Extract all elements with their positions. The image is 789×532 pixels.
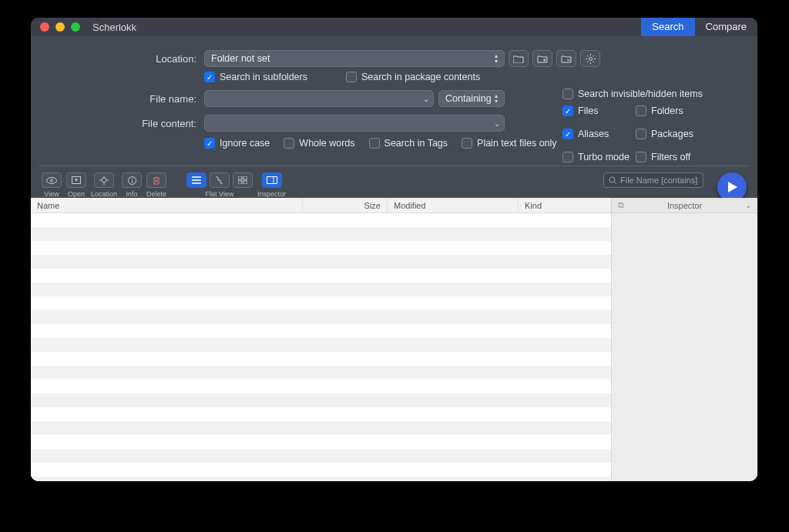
table-row: [31, 463, 611, 477]
caret-down-icon: ⌄: [494, 119, 500, 128]
table-row: [31, 338, 611, 352]
table-row: [31, 366, 611, 380]
close-window-button[interactable]: [40, 22, 49, 32]
app-window: Scherlokk Search Compare Location: Folde…: [31, 18, 757, 481]
tb-delete-label: Delete: [146, 190, 166, 198]
table-row: [31, 213, 611, 227]
chk-filters-off-label: Filters off: [651, 152, 690, 162]
chk-turbo[interactable]: Turbo mode: [562, 152, 636, 162]
chk-subfolders[interactable]: ✓ Search in subfolders: [204, 72, 307, 82]
tb-open-label: Open: [68, 190, 85, 198]
tb-open[interactable]: [66, 172, 86, 188]
tb-view[interactable]: [42, 172, 62, 188]
chk-turbo-label: Turbo mode: [578, 152, 630, 162]
chk-folders-label: Folders: [651, 105, 683, 116]
zoom-window-button[interactable]: [71, 22, 80, 32]
criteria-panel: Location: Folder not set ▴▾: [31, 36, 757, 161]
filename-combo[interactable]: ⌄: [204, 90, 434, 107]
window-controls: [31, 22, 80, 32]
column-headers: Name Size Modified Kind: [31, 198, 611, 213]
inspector-title: Inspector: [667, 201, 702, 210]
tb-info[interactable]: [122, 172, 142, 188]
toolbar-search-placeholder: File Name [contains]: [620, 176, 697, 185]
filename-match-mode[interactable]: Containing ▴▾: [438, 90, 505, 107]
chk-aliases[interactable]: ✓ Aliases: [562, 129, 636, 139]
chk-subfolders-label: Search in subfolders: [220, 72, 307, 82]
table-row: [31, 435, 611, 449]
chk-ignore-case-label: Ignore case: [220, 138, 270, 149]
settings-button[interactable]: [580, 50, 600, 67]
tb-tree[interactable]: [210, 172, 230, 188]
location-popup[interactable]: Folder not set ▴▾: [204, 50, 505, 67]
chk-search-tags[interactable]: Search in Tags: [369, 138, 448, 149]
table-row: [31, 352, 611, 366]
tb-delete[interactable]: [146, 172, 166, 188]
checkbox-icon: [636, 105, 646, 116]
chk-filters-off[interactable]: Filters off: [636, 152, 720, 162]
label-filename: File name:: [69, 93, 204, 105]
tab-search[interactable]: Search: [641, 18, 694, 36]
svg-point-6: [131, 178, 133, 179]
results-rows[interactable]: [31, 213, 611, 481]
svg-point-4: [102, 178, 106, 182]
tb-view-label: View: [44, 190, 59, 198]
checkbox-icon: [462, 138, 472, 149]
chk-packages[interactable]: Packages: [636, 129, 720, 139]
col-modified[interactable]: Modified: [388, 198, 519, 212]
chk-invisible-label: Search invisible/hidden items: [578, 89, 703, 99]
checkbox-icon: ✓: [562, 129, 573, 139]
checkbox-icon: [562, 89, 573, 99]
results-area: Name Size Modified Kind: [31, 198, 757, 481]
table-row: [31, 421, 611, 435]
view-mode-group: [186, 172, 253, 188]
stepper-icon: ▴▾: [491, 52, 502, 65]
checkbox-icon: ✓: [204, 72, 215, 82]
tb-flat-list[interactable]: [186, 172, 206, 188]
location-value: Folder not set: [211, 53, 270, 64]
chk-files[interactable]: ✓ Files: [562, 105, 636, 116]
chk-plain-text-only[interactable]: Plain text files only: [462, 138, 557, 149]
svg-point-12: [609, 177, 615, 182]
tab-compare[interactable]: Compare: [695, 18, 757, 36]
table-row: [31, 227, 611, 241]
choose-folder-button[interactable]: [509, 50, 529, 67]
tb-grid[interactable]: [233, 172, 253, 188]
chk-package-contents-label: Search in package contents: [361, 72, 480, 82]
tb-location[interactable]: [94, 172, 114, 188]
chk-invisible[interactable]: Search invisible/hidden items: [562, 89, 755, 99]
table-row: [31, 393, 611, 407]
filecontent-combo[interactable]: ⌄: [204, 115, 505, 132]
checkbox-icon: [346, 72, 357, 82]
chk-whole-words[interactable]: Whole words: [284, 138, 354, 149]
chk-plain-text-only-label: Plain text files only: [477, 138, 557, 149]
stepper-icon: ▴▾: [491, 92, 502, 105]
toolbar-search-field[interactable]: File Name [contains]: [603, 172, 703, 188]
open-external-icon[interactable]: ⧉: [618, 200, 624, 210]
table-row: [31, 283, 611, 296]
label-filecontent: File content:: [69, 118, 204, 129]
minimize-window-button[interactable]: [55, 22, 65, 32]
svg-point-2: [50, 179, 52, 181]
chk-package-contents[interactable]: Search in package contents: [346, 72, 480, 82]
chk-folders[interactable]: Folders: [636, 105, 720, 116]
row-location-opts: ✓ Search in subfolders Search in package…: [69, 72, 719, 82]
row-location: Location: Folder not set ▴▾: [69, 50, 719, 67]
table-row: [31, 449, 611, 463]
col-size[interactable]: Size: [303, 198, 388, 212]
checkbox-icon: [284, 138, 294, 149]
checkbox-icon: [636, 129, 646, 139]
chk-ignore-case[interactable]: ✓ Ignore case: [204, 138, 270, 149]
col-kind[interactable]: Kind: [519, 198, 611, 212]
titlebar: Scherlokk Search Compare: [31, 18, 757, 36]
add-location-button[interactable]: [532, 50, 552, 67]
table-row: [31, 407, 611, 421]
chk-packages-label: Packages: [651, 129, 693, 139]
table-row: [31, 269, 611, 283]
table-row: [31, 241, 611, 255]
tb-inspector[interactable]: [262, 172, 282, 188]
chevron-down-icon[interactable]: ⌄: [745, 201, 751, 209]
col-name[interactable]: Name: [31, 198, 303, 212]
remove-location-button[interactable]: [556, 50, 576, 67]
table-row: [31, 477, 611, 481]
tb-info-label: Info: [126, 190, 138, 198]
